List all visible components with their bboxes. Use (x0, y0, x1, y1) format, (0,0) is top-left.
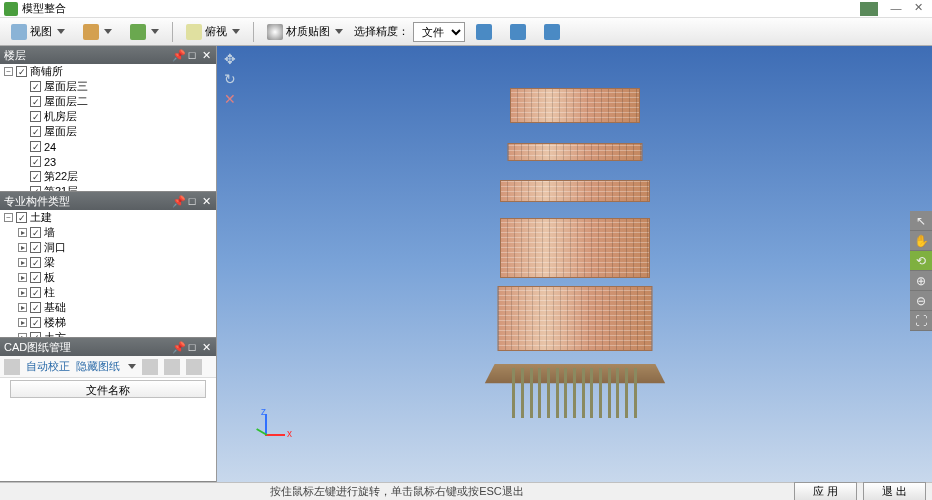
viewport-3d[interactable]: ✥ ↻ ✕ ↖ ✋ ⟲ ⊕ ⊖ ⛶ z x (217, 46, 932, 482)
undo-button[interactable] (503, 21, 533, 43)
cube-icon (186, 24, 202, 40)
collapse-icon[interactable]: − (4, 213, 13, 222)
pin-icon[interactable]: 📌 (172, 49, 184, 62)
zoom-in-icon[interactable]: ⊕ (910, 271, 932, 291)
tree-item[interactable]: 楼梯 (44, 315, 66, 330)
tool-icon[interactable] (186, 359, 202, 375)
tree-item[interactable]: 第21层 (44, 184, 78, 191)
tree-item[interactable]: 第22层 (44, 169, 78, 184)
building-model[interactable] (475, 88, 675, 408)
titlebar: 模型整合 — ✕ (0, 0, 932, 18)
tree-item[interactable]: 屋面层三 (44, 79, 88, 94)
cad-panel: CAD图纸管理 📌□✕ 自动校正 隐藏图纸 文件名称 (0, 338, 216, 482)
cad-panel-header[interactable]: CAD图纸管理 📌□✕ (0, 338, 216, 356)
chevron-down-icon (57, 29, 65, 34)
doc-icon[interactable] (4, 359, 20, 375)
apply-button[interactable]: 应 用 (794, 482, 857, 500)
nav-button-2[interactable] (123, 21, 166, 43)
collapse-icon[interactable]: − (4, 67, 13, 76)
autofix-link[interactable]: 自动校正 (26, 359, 70, 374)
tree-item[interactable]: 24 (44, 141, 56, 153)
tree-item[interactable]: 洞口 (44, 240, 66, 255)
close-icon[interactable]: ✕ (200, 49, 212, 62)
sphere-icon (267, 24, 283, 40)
refresh-icon (476, 24, 492, 40)
tree-item[interactable]: 柱 (44, 285, 55, 300)
hand-icon[interactable]: ✋ (910, 231, 932, 251)
sys-icons (860, 2, 878, 16)
status-message: 按住鼠标左键进行旋转，单击鼠标右键或按ESC退出 (0, 484, 794, 499)
axis-gizmo[interactable]: z x (247, 414, 287, 454)
walk-icon (130, 24, 146, 40)
components-panel: 专业构件类型 📌□✕ −✓土建 ▸✓墙 ▸✓洞口 ▸✓梁 ▸✓板 ▸✓柱 ▸✓基… (0, 192, 216, 338)
filename-column-header[interactable]: 文件名称 (10, 380, 206, 398)
tool-icon[interactable] (142, 359, 158, 375)
tree-item[interactable]: 屋面层二 (44, 94, 88, 109)
main-toolbar: 视图 俯视 材质贴图 选择精度： 文件 (0, 18, 932, 46)
minimize-button[interactable]: — (886, 2, 906, 14)
undo-icon (510, 24, 526, 40)
nav-button-1[interactable] (76, 21, 119, 43)
exit-button[interactable]: 退 出 (863, 482, 926, 500)
refresh-button[interactable] (469, 21, 499, 43)
doc-icon (544, 24, 560, 40)
tree-item[interactable]: 23 (44, 156, 56, 168)
viewport-tools-left: ✥ ↻ ✕ (221, 50, 239, 108)
material-menu[interactable]: 材质贴图 (260, 21, 350, 43)
tree-item[interactable]: 基础 (44, 300, 66, 315)
tree-item[interactable]: 梁 (44, 255, 55, 270)
fit-icon[interactable]: ⛶ (910, 311, 932, 331)
precision-label: 选择精度： (354, 24, 409, 39)
close-button[interactable]: ✕ (908, 2, 928, 14)
orbit-icon[interactable]: ↻ (221, 70, 239, 88)
close-icon[interactable]: ✕ (221, 90, 239, 108)
settings-button[interactable] (537, 21, 567, 43)
sidebar: 楼层 📌□✕ −✓商铺所 ✓屋面层三 ✓屋面层二 ✓机房层 ✓屋面层 ✓24 ✓… (0, 46, 217, 482)
components-tree[interactable]: −✓土建 ▸✓墙 ▸✓洞口 ▸✓梁 ▸✓板 ▸✓柱 ▸✓基础 ▸✓楼梯 ▸✓土方 (0, 210, 216, 337)
person-icon (83, 24, 99, 40)
view-menu[interactable]: 视图 (4, 21, 72, 43)
tree-item[interactable]: 墙 (44, 225, 55, 240)
floors-panel: 楼层 📌□✕ −✓商铺所 ✓屋面层三 ✓屋面层二 ✓机房层 ✓屋面层 ✓24 ✓… (0, 46, 216, 192)
tree-root[interactable]: 土建 (30, 210, 52, 225)
tree-item[interactable]: 机房层 (44, 109, 77, 124)
max-icon[interactable]: □ (186, 49, 198, 62)
view-icon (11, 24, 27, 40)
checkbox[interactable]: ✓ (16, 66, 27, 77)
hide-link[interactable]: 隐藏图纸 (76, 359, 120, 374)
tree-item[interactable]: 土方 (44, 330, 66, 337)
floors-tree[interactable]: −✓商铺所 ✓屋面层三 ✓屋面层二 ✓机房层 ✓屋面层 ✓24 ✓23 ✓第22… (0, 64, 216, 191)
zoom-out-icon[interactable]: ⊖ (910, 291, 932, 311)
pan-icon[interactable]: ✥ (221, 50, 239, 68)
app-icon (4, 2, 18, 16)
components-panel-header[interactable]: 专业构件类型 📌□✕ (0, 192, 216, 210)
tree-root[interactable]: 商铺所 (30, 64, 63, 79)
tool-icon[interactable] (164, 359, 180, 375)
tree-item[interactable]: 板 (44, 270, 55, 285)
overview-menu[interactable]: 俯视 (179, 21, 247, 43)
rotate-icon[interactable]: ⟲ (910, 251, 932, 271)
window-title: 模型整合 (22, 1, 66, 16)
status-bar: 按住鼠标左键进行旋转，单击鼠标右键或按ESC退出 应 用 退 出 (0, 482, 932, 500)
piles (510, 368, 640, 418)
precision-select[interactable]: 文件 (413, 22, 465, 42)
viewport-tools-right: ↖ ✋ ⟲ ⊕ ⊖ ⛶ (910, 211, 932, 331)
floors-panel-header[interactable]: 楼层 📌□✕ (0, 46, 216, 64)
cursor-icon[interactable]: ↖ (910, 211, 932, 231)
tree-item[interactable]: 屋面层 (44, 124, 77, 139)
